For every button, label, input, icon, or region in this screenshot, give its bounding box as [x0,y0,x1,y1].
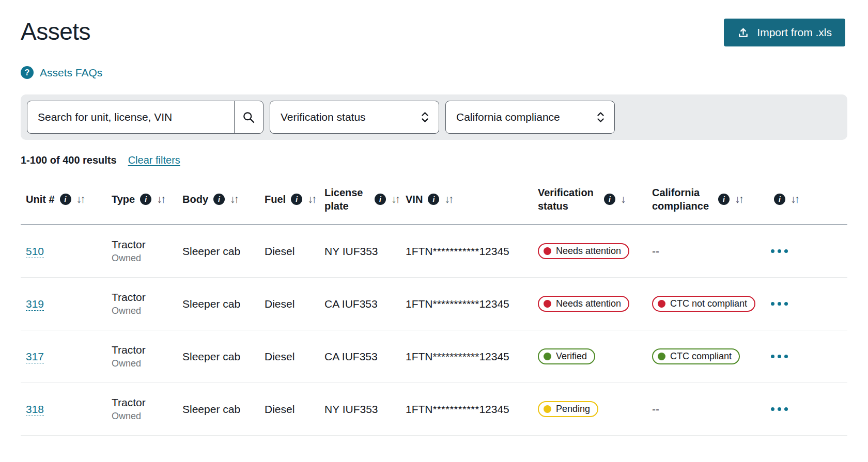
sort-icons[interactable]: ↓↑ [157,193,166,205]
column-header-label: License plate [324,186,369,213]
verification-status-cell: Needs attention [533,243,647,259]
search-button[interactable] [234,101,263,133]
actions-cell [764,351,847,362]
status-badge: CTC compliant [652,348,740,364]
body-cell: Sleeper cab [177,351,259,363]
chevron-up-down-icon [596,110,605,124]
sort-icons[interactable]: ↓ [621,193,626,205]
license-plate-cell: CA IUF353 [319,298,400,310]
info-icon[interactable]: i [60,194,71,205]
ellipsis-icon [771,249,774,253]
table-row: 317 Tractor Owned Sleeper cab Diesel CA … [21,330,847,383]
ellipsis-icon [778,355,781,358]
sort-icons[interactable]: ↓↑ [391,193,400,205]
row-actions-button[interactable] [769,298,790,310]
status-dot-icon [658,300,665,308]
status-label: Needs attention [556,246,621,257]
page-title: Assets [21,18,847,45]
info-icon[interactable]: i [428,194,439,205]
status-label: Verified [556,351,587,362]
row-actions-button[interactable] [769,403,790,415]
table-row: 510 Tractor Owned Sleeper cab Diesel NY … [21,225,847,278]
sort-icons[interactable]: ↓↑ [791,193,800,205]
column-header[interactable]: i ↓↑ [764,193,847,205]
sort-up-icon[interactable]: ↑ [795,193,800,205]
sort-up-icon[interactable]: ↑ [448,193,454,205]
upload-icon [737,27,749,39]
california-compliance-dropdown[interactable]: California compliance [445,101,615,134]
license-plate-cell: NY IUF353 [319,403,400,416]
search-input[interactable] [27,101,234,133]
status-label: CTC not compliant [670,298,747,309]
unit-link[interactable]: 317 [26,351,44,362]
row-actions-button[interactable] [769,351,790,362]
unit-link[interactable]: 510 [26,245,44,257]
california-compliance-cell: CTC compliant [647,348,764,364]
type-value: Tractor [112,344,177,356]
sort-up-icon[interactable]: ↑ [395,193,401,205]
sort-up-icon[interactable]: ↑ [234,193,240,205]
faq-row: ? Assets FAQs [21,66,847,79]
ellipsis-icon [771,407,774,411]
type-value: Tractor [112,291,177,304]
fuel-cell: Diesel [259,298,319,310]
column-header[interactable]: Type i ↓↑ [106,193,177,205]
column-header[interactable]: Fuel i ↓↑ [259,193,319,205]
body-cell: Sleeper cab [177,403,259,416]
column-header[interactable]: Body i ↓↑ [177,193,259,205]
column-header[interactable]: Unit # i ↓↑ [21,193,106,205]
column-header[interactable]: License plate i ↓↑ [319,186,400,213]
column-header-label: Body [182,194,208,205]
info-icon[interactable]: i [291,194,302,205]
unit-link[interactable]: 318 [26,403,44,415]
assets-page: Assets Import from .xls ? Assets FAQs Ve… [0,18,868,436]
column-header-label: Unit # [26,194,55,205]
sort-up-icon[interactable]: ↑ [80,193,86,205]
verification-status-cell: Pending [533,401,647,417]
assets-table: Unit # i ↓↑ Type i ↓↑ Body i ↓↑ Fuel i ↓… [21,179,847,436]
california-compliance-cell: -- [647,403,764,416]
column-header[interactable]: California compliance i ↓↑ [647,186,764,213]
sort-up-icon[interactable]: ↑ [161,193,166,205]
info-icon[interactable]: i [375,194,386,205]
california-compliance-cell: CTC not compliant [647,296,764,312]
info-icon[interactable]: i [774,194,785,205]
info-icon[interactable]: i [140,194,151,205]
verification-status-dropdown[interactable]: Verification status [270,101,439,134]
column-header[interactable]: Verification status i ↓ [533,186,647,213]
sort-icons[interactable]: ↓↑ [76,193,86,205]
ellipsis-icon [771,302,774,306]
status-dot-icon [658,353,665,360]
ellipsis-icon [784,302,788,306]
sort-icons[interactable]: ↓↑ [230,193,239,205]
info-icon[interactable]: i [718,194,730,205]
assets-faqs-link[interactable]: Assets FAQs [40,67,102,79]
column-header[interactable]: VIN i ↓↑ [400,193,533,205]
license-plate-cell: CA IUF353 [319,351,400,363]
unit-cell: 510 [21,245,106,258]
sort-icons[interactable]: ↓↑ [735,193,744,205]
info-icon[interactable]: i [213,194,225,205]
import-from-xls-button[interactable]: Import from .xls [724,19,845,46]
status-dot-icon [544,300,551,308]
chevron-up-down-icon [421,110,429,124]
clear-filters-link[interactable]: Clear filters [128,154,180,166]
actions-cell [764,245,847,257]
status-badge: CTC not compliant [652,296,755,312]
unit-link[interactable]: 319 [26,298,44,310]
sort-icons[interactable]: ↓↑ [444,193,454,205]
ownership-value: Owned [112,358,177,369]
vin-cell: 1FTN***********12345 [400,245,533,258]
fuel-cell: Diesel [259,403,319,416]
sort-icons[interactable]: ↓↑ [307,193,317,205]
row-actions-button[interactable] [769,245,790,257]
sort-down-icon[interactable]: ↓ [621,193,626,205]
info-icon[interactable]: i [604,194,615,205]
status-badge: Needs attention [538,243,629,259]
table-header-row: Unit # i ↓↑ Type i ↓↑ Body i ↓↑ Fuel i ↓… [21,179,847,225]
search-icon [242,110,256,124]
unit-cell: 319 [21,298,106,310]
sort-up-icon[interactable]: ↑ [739,193,745,205]
sort-up-icon[interactable]: ↑ [312,193,317,205]
ellipsis-icon [778,302,781,306]
